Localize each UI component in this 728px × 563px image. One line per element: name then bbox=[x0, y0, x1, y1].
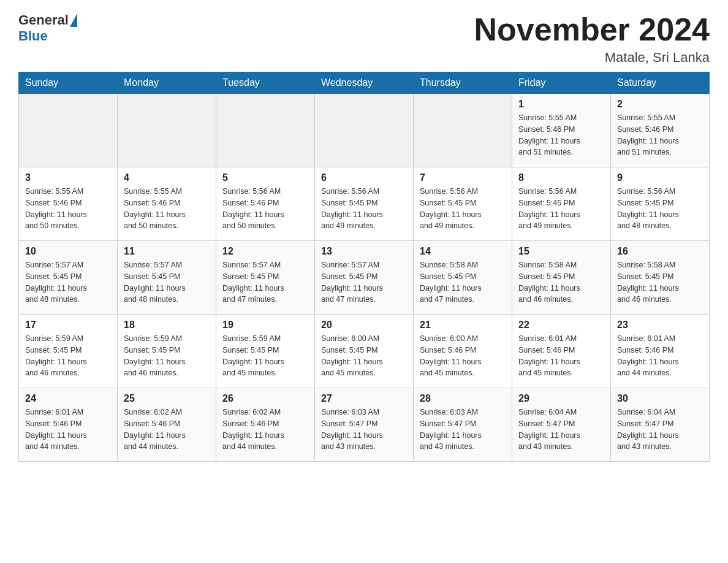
day-info: Sunrise: 6:04 AM Sunset: 5:47 PM Dayligh… bbox=[518, 407, 604, 453]
day-number: 11 bbox=[124, 246, 210, 257]
day-info: Sunrise: 6:00 AM Sunset: 5:45 PM Dayligh… bbox=[321, 333, 407, 379]
day-number: 27 bbox=[321, 393, 407, 404]
calendar-cell: 2Sunrise: 5:55 AM Sunset: 5:46 PM Daylig… bbox=[611, 94, 710, 167]
location-label: Matale, Sri Lanka bbox=[474, 50, 710, 66]
day-number: 4 bbox=[124, 172, 210, 183]
day-info: Sunrise: 5:57 AM Sunset: 5:45 PM Dayligh… bbox=[321, 259, 407, 305]
day-number: 2 bbox=[617, 99, 703, 110]
calendar-cell: 7Sunrise: 5:56 AM Sunset: 5:45 PM Daylig… bbox=[414, 167, 512, 241]
weekday-header-saturday: Saturday bbox=[611, 72, 710, 94]
calendar-cell bbox=[216, 94, 315, 167]
logo: General Blue bbox=[18, 12, 78, 44]
weekday-header-friday: Friday bbox=[512, 72, 611, 94]
calendar-cell: 28Sunrise: 6:03 AM Sunset: 5:47 PM Dayli… bbox=[414, 388, 512, 462]
day-info: Sunrise: 6:02 AM Sunset: 5:46 PM Dayligh… bbox=[222, 407, 308, 453]
logo-flag-icon bbox=[70, 13, 77, 27]
day-number: 15 bbox=[518, 246, 604, 257]
logo-blue-text: Blue bbox=[18, 28, 48, 44]
calendar-cell: 25Sunrise: 6:02 AM Sunset: 5:46 PM Dayli… bbox=[118, 388, 216, 462]
day-number: 14 bbox=[420, 246, 506, 257]
day-info: Sunrise: 6:04 AM Sunset: 5:47 PM Dayligh… bbox=[617, 407, 703, 453]
calendar-cell: 5Sunrise: 5:56 AM Sunset: 5:46 PM Daylig… bbox=[216, 167, 315, 241]
day-number: 3 bbox=[25, 172, 111, 183]
weekday-header-wednesday: Wednesday bbox=[315, 72, 414, 94]
calendar-cell: 10Sunrise: 5:57 AM Sunset: 5:45 PM Dayli… bbox=[19, 241, 118, 315]
calendar-cell: 6Sunrise: 5:56 AM Sunset: 5:45 PM Daylig… bbox=[315, 167, 414, 241]
day-info: Sunrise: 6:01 AM Sunset: 5:46 PM Dayligh… bbox=[518, 333, 604, 379]
day-number: 16 bbox=[617, 246, 703, 257]
calendar-week-3: 10Sunrise: 5:57 AM Sunset: 5:45 PM Dayli… bbox=[19, 241, 710, 315]
day-number: 18 bbox=[124, 320, 210, 331]
calendar-cell: 20Sunrise: 6:00 AM Sunset: 5:45 PM Dayli… bbox=[315, 315, 414, 388]
day-number: 1 bbox=[518, 99, 604, 110]
calendar-cell: 12Sunrise: 5:57 AM Sunset: 5:45 PM Dayli… bbox=[216, 241, 315, 315]
day-number: 25 bbox=[124, 393, 210, 404]
calendar-cell: 11Sunrise: 5:57 AM Sunset: 5:45 PM Dayli… bbox=[118, 241, 216, 315]
calendar-cell bbox=[414, 94, 512, 167]
calendar-cell: 3Sunrise: 5:55 AM Sunset: 5:46 PM Daylig… bbox=[19, 167, 118, 241]
calendar-cell: 21Sunrise: 6:00 AM Sunset: 5:46 PM Dayli… bbox=[414, 315, 512, 388]
logo-text: General bbox=[18, 12, 78, 28]
weekday-header-thursday: Thursday bbox=[414, 72, 512, 94]
calendar-cell bbox=[19, 94, 118, 167]
calendar-table: SundayMondayTuesdayWednesdayThursdayFrid… bbox=[18, 72, 710, 462]
calendar-cell: 27Sunrise: 6:03 AM Sunset: 5:47 PM Dayli… bbox=[315, 388, 414, 462]
day-number: 30 bbox=[617, 393, 703, 404]
day-info: Sunrise: 5:56 AM Sunset: 5:45 PM Dayligh… bbox=[321, 186, 407, 232]
day-info: Sunrise: 5:56 AM Sunset: 5:45 PM Dayligh… bbox=[420, 186, 506, 232]
day-number: 10 bbox=[25, 246, 111, 257]
calendar-cell: 19Sunrise: 5:59 AM Sunset: 5:45 PM Dayli… bbox=[216, 315, 315, 388]
day-number: 24 bbox=[25, 393, 111, 404]
day-info: Sunrise: 6:03 AM Sunset: 5:47 PM Dayligh… bbox=[321, 407, 407, 453]
calendar-cell: 22Sunrise: 6:01 AM Sunset: 5:46 PM Dayli… bbox=[512, 315, 611, 388]
calendar-cell: 14Sunrise: 5:58 AM Sunset: 5:45 PM Dayli… bbox=[414, 241, 512, 315]
day-info: Sunrise: 6:01 AM Sunset: 5:46 PM Dayligh… bbox=[617, 333, 703, 379]
calendar-cell: 15Sunrise: 5:58 AM Sunset: 5:45 PM Dayli… bbox=[512, 241, 611, 315]
day-number: 19 bbox=[222, 320, 308, 331]
logo-general-text: General bbox=[18, 12, 69, 28]
weekday-header-sunday: Sunday bbox=[19, 72, 118, 94]
calendar-cell: 9Sunrise: 5:56 AM Sunset: 5:45 PM Daylig… bbox=[611, 167, 710, 241]
calendar-cell: 18Sunrise: 5:59 AM Sunset: 5:45 PM Dayli… bbox=[118, 315, 216, 388]
calendar-week-1: 1Sunrise: 5:55 AM Sunset: 5:46 PM Daylig… bbox=[19, 94, 710, 167]
calendar-week-4: 17Sunrise: 5:59 AM Sunset: 5:45 PM Dayli… bbox=[19, 315, 710, 388]
day-number: 28 bbox=[420, 393, 506, 404]
day-number: 21 bbox=[420, 320, 506, 331]
day-info: Sunrise: 5:55 AM Sunset: 5:46 PM Dayligh… bbox=[518, 112, 604, 158]
day-info: Sunrise: 5:58 AM Sunset: 5:45 PM Dayligh… bbox=[617, 259, 703, 305]
day-number: 9 bbox=[617, 172, 703, 183]
day-info: Sunrise: 5:59 AM Sunset: 5:45 PM Dayligh… bbox=[124, 333, 210, 379]
day-number: 12 bbox=[222, 246, 308, 257]
day-info: Sunrise: 6:03 AM Sunset: 5:47 PM Dayligh… bbox=[420, 407, 506, 453]
day-number: 5 bbox=[222, 172, 308, 183]
month-title: November 2024 bbox=[474, 12, 710, 47]
calendar-cell: 17Sunrise: 5:59 AM Sunset: 5:45 PM Dayli… bbox=[19, 315, 118, 388]
calendar-cell bbox=[315, 94, 414, 167]
weekday-header-monday: Monday bbox=[118, 72, 216, 94]
day-info: Sunrise: 5:57 AM Sunset: 5:45 PM Dayligh… bbox=[25, 259, 111, 305]
calendar-cell: 13Sunrise: 5:57 AM Sunset: 5:45 PM Dayli… bbox=[315, 241, 414, 315]
day-number: 17 bbox=[25, 320, 111, 331]
day-info: Sunrise: 6:01 AM Sunset: 5:46 PM Dayligh… bbox=[25, 407, 111, 453]
calendar-cell: 16Sunrise: 5:58 AM Sunset: 5:45 PM Dayli… bbox=[611, 241, 710, 315]
weekday-header-row: SundayMondayTuesdayWednesdayThursdayFrid… bbox=[19, 72, 710, 94]
day-info: Sunrise: 5:55 AM Sunset: 5:46 PM Dayligh… bbox=[617, 112, 703, 158]
calendar-cell: 29Sunrise: 6:04 AM Sunset: 5:47 PM Dayli… bbox=[512, 388, 611, 462]
day-info: Sunrise: 6:02 AM Sunset: 5:46 PM Dayligh… bbox=[124, 407, 210, 453]
day-info: Sunrise: 5:56 AM Sunset: 5:45 PM Dayligh… bbox=[518, 186, 604, 232]
day-info: Sunrise: 5:56 AM Sunset: 5:45 PM Dayligh… bbox=[617, 186, 703, 232]
day-info: Sunrise: 5:58 AM Sunset: 5:45 PM Dayligh… bbox=[518, 259, 604, 305]
calendar-cell bbox=[118, 94, 216, 167]
day-info: Sunrise: 5:57 AM Sunset: 5:45 PM Dayligh… bbox=[124, 259, 210, 305]
calendar-cell: 8Sunrise: 5:56 AM Sunset: 5:45 PM Daylig… bbox=[512, 167, 611, 241]
day-info: Sunrise: 5:56 AM Sunset: 5:46 PM Dayligh… bbox=[222, 186, 308, 232]
day-info: Sunrise: 5:59 AM Sunset: 5:45 PM Dayligh… bbox=[25, 333, 111, 379]
day-number: 7 bbox=[420, 172, 506, 183]
calendar-week-5: 24Sunrise: 6:01 AM Sunset: 5:46 PM Dayli… bbox=[19, 388, 710, 462]
day-number: 6 bbox=[321, 172, 407, 183]
weekday-header-tuesday: Tuesday bbox=[216, 72, 315, 94]
day-info: Sunrise: 5:55 AM Sunset: 5:46 PM Dayligh… bbox=[25, 186, 111, 232]
calendar-cell: 26Sunrise: 6:02 AM Sunset: 5:46 PM Dayli… bbox=[216, 388, 315, 462]
calendar-cell: 1Sunrise: 5:55 AM Sunset: 5:46 PM Daylig… bbox=[512, 94, 611, 167]
day-info: Sunrise: 5:55 AM Sunset: 5:46 PM Dayligh… bbox=[124, 186, 210, 232]
